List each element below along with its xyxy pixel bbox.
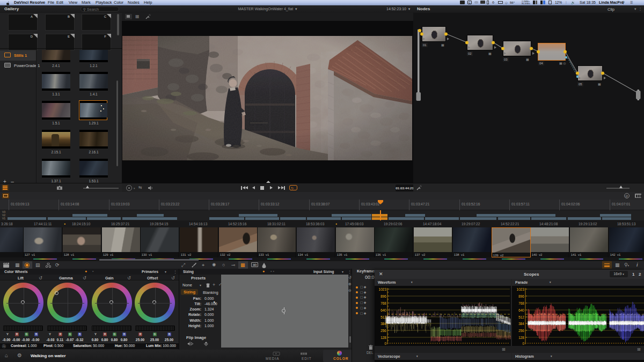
svg-text:0: 0 [384, 342, 386, 345]
svg-text:896: 896 [518, 294, 524, 298]
svg-text:0: 0 [522, 342, 524, 345]
svg-text:512: 512 [518, 315, 524, 319]
svg-text:384: 384 [380, 322, 386, 326]
svg-text:1023: 1023 [517, 287, 525, 291]
svg-text:256: 256 [518, 329, 524, 333]
svg-text:768: 768 [518, 301, 524, 305]
svg-text:512: 512 [380, 315, 386, 319]
svg-text:768: 768 [380, 301, 386, 305]
svg-text:640: 640 [380, 308, 386, 312]
svg-text:384: 384 [518, 322, 524, 326]
svg-text:256: 256 [380, 329, 386, 333]
svg-text:128: 128 [518, 336, 524, 339]
svg-text:1023: 1023 [379, 287, 387, 291]
svg-text:896: 896 [380, 294, 386, 298]
svg-text:128: 128 [380, 336, 386, 339]
svg-text:640: 640 [518, 308, 524, 312]
